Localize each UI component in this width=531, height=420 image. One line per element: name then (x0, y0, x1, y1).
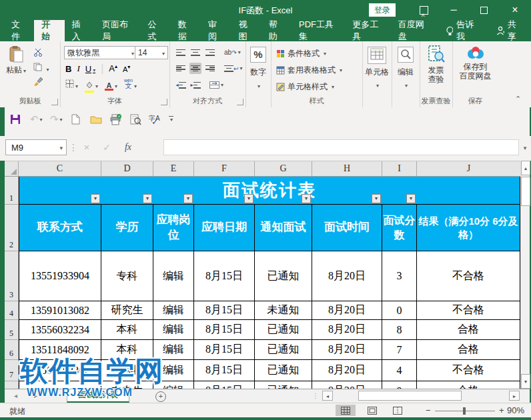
cell[interactable]: 已通知 (255, 381, 312, 389)
column-header[interactable]: H (312, 161, 382, 176)
redo-button[interactable]: ↷ (50, 113, 63, 126)
tab-data[interactable]: 数据 (171, 20, 201, 41)
grow-font-button[interactable]: A▴ (109, 63, 117, 73)
cell[interactable]: 8月15日 (194, 301, 255, 320)
cell[interactable]: 3 (382, 251, 417, 301)
minimize-button[interactable]: ─ (440, 0, 467, 20)
cells-button[interactable]: 单元格 (362, 47, 392, 89)
align-right-button[interactable] (204, 63, 216, 74)
header-cell[interactable]: 应聘岗位 (153, 205, 194, 251)
cell[interactable]: 合格 (417, 320, 520, 340)
column-header[interactable]: C (19, 161, 101, 176)
hscroll-right-button[interactable]: ▸ (509, 391, 520, 401)
cell[interactable]: 9 (382, 381, 417, 389)
new-document-button[interactable] (71, 113, 80, 126)
print-preview-button[interactable] (130, 113, 141, 126)
vertical-scroll-thumb[interactable] (521, 177, 530, 206)
filter-dropdown[interactable]: ▾ (372, 194, 381, 203)
header-cell[interactable]: 联系方式 (19, 205, 101, 251)
cell[interactable]: 8月15日 (194, 251, 255, 301)
increase-indent-button[interactable]: ▸ (189, 79, 201, 91)
zoom-in-button[interactable]: + (499, 405, 504, 415)
cell[interactable]: 未通知 (255, 301, 312, 320)
row-header[interactable]: 6 (5, 340, 19, 360)
row-header[interactable]: 4 (5, 301, 19, 320)
clipboard-dialog-launcher[interactable] (51, 99, 58, 105)
scroll-down-button[interactable]: ▾ (521, 374, 530, 389)
cell[interactable]: 8月20日 (312, 301, 382, 320)
cancel-entry-button[interactable]: × (79, 139, 95, 155)
cell[interactable]: 13556032234 (19, 320, 101, 340)
editing-button[interactable]: 编辑 (392, 47, 420, 89)
row-header[interactable]: 3 (5, 251, 19, 301)
cell[interactable]: 已通知 (255, 251, 312, 301)
borders-button[interactable] (65, 79, 78, 91)
tab-review[interactable]: 审阅 (201, 20, 231, 41)
vertical-scrollbar[interactable]: ▴ ▾ (520, 161, 530, 389)
sheet-tab-active[interactable]: 面试统计表 (67, 389, 129, 403)
cell[interactable]: 8 (382, 320, 417, 340)
italic-button[interactable]: I (77, 63, 79, 74)
cell[interactable]: 不合格 (417, 251, 520, 301)
cell[interactable]: 编辑 (153, 360, 194, 381)
cell[interactable]: 7 (382, 340, 417, 360)
cell[interactable]: 编辑 (153, 320, 194, 340)
normal-view-button[interactable] (336, 405, 356, 416)
cell[interactable]: 不合格 (417, 301, 520, 320)
cell[interactable]: 编辑 (153, 381, 194, 389)
filter-dropdown[interactable]: ▾ (143, 194, 152, 203)
cell[interactable]: 8月20日 (312, 320, 382, 340)
header-cell[interactable]: 面试时间 (312, 205, 382, 251)
cell[interactable]: 本科 (101, 320, 153, 340)
align-middle-button[interactable] (189, 47, 201, 58)
page-break-view-button[interactable] (388, 405, 408, 416)
next-sheet-button[interactable]: ▸ (34, 392, 37, 399)
font-dialog-launcher[interactable] (161, 99, 167, 105)
column-header[interactable]: F (194, 161, 255, 176)
bold-button[interactable]: B (65, 64, 71, 74)
filter-dropdown[interactable]: ▾ (91, 194, 100, 203)
cell[interactable]: 编辑 (153, 340, 194, 360)
cell[interactable]: 本科 (101, 360, 153, 381)
cell[interactable]: 本科 (101, 340, 153, 360)
worksheet-grid[interactable]: 1 面试统计表 ▾ ▾ ▾ ▾ ▾ ▾ ▾ 2 联系方式 学历 应聘岗位 应聘日… (5, 177, 520, 389)
filter-dropdown[interactable]: ▾ (183, 194, 193, 203)
cut-button[interactable] (33, 47, 43, 59)
scroll-up-button[interactable]: ▴ (521, 161, 530, 175)
format-painter-button[interactable] (33, 77, 43, 89)
tab-baidu-netdisk[interactable]: 百度网盘 (391, 20, 437, 41)
collapse-ribbon-button[interactable]: ⌃ (515, 95, 521, 103)
font-color-button[interactable]: A (105, 79, 117, 91)
tab-view[interactable]: 视图 (231, 20, 261, 41)
header-cell[interactable]: 结果（满分10分 6分及格） (417, 205, 520, 251)
tab-insert[interactable]: 插入 (65, 20, 95, 41)
cell[interactable]: 专科 (101, 251, 153, 301)
row-header[interactable]: 8 (5, 381, 19, 389)
align-left-button[interactable] (175, 63, 187, 74)
cell[interactable]: 8月20日 (312, 251, 382, 301)
new-sheet-button[interactable]: + (155, 391, 166, 402)
select-all-corner[interactable] (5, 161, 19, 176)
alignment-dialog-launcher[interactable] (237, 99, 243, 105)
row-header[interactable]: 7 (5, 360, 19, 381)
quick-print-button[interactable] (109, 113, 122, 126)
align-bottom-button[interactable] (204, 47, 216, 58)
column-header[interactable]: J (417, 161, 520, 176)
cell[interactable]: 4 (382, 360, 417, 381)
customize-qat-button[interactable] (169, 113, 173, 126)
cell[interactable]: 编辑 (153, 251, 194, 301)
orientation-button[interactable]: ab↷ (224, 47, 241, 58)
cell[interactable]: 合格 (417, 340, 520, 360)
tab-help[interactable]: 帮助 (261, 20, 292, 41)
tab-page-layout[interactable]: 页面布局 (95, 20, 141, 41)
share-button[interactable]: 共享 (487, 19, 531, 43)
ribbon-display-options-icon[interactable] (410, 0, 437, 20)
formula-input[interactable] (163, 139, 519, 155)
tab-home[interactable]: 开始 (34, 20, 64, 41)
cell[interactable]: 13551933904 (19, 251, 101, 301)
row-header[interactable]: 1 (5, 177, 19, 205)
expand-formula-bar-button[interactable]: ▾ (520, 139, 530, 155)
save-to-netdisk-button[interactable]: 保存到 百度网盘 (452, 45, 498, 81)
confirm-entry-button[interactable]: ✓ (99, 139, 115, 155)
format-as-table-button[interactable]: 套用表格格式 (276, 65, 342, 76)
